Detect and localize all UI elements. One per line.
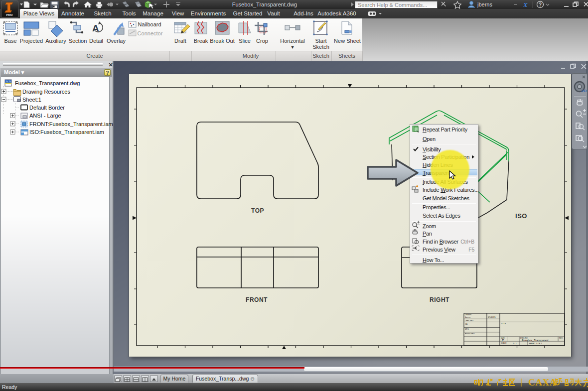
svg-text:TOP: TOP bbox=[251, 207, 264, 214]
svg-text:RIGHT: RIGHT bbox=[430, 296, 449, 303]
svg-text:1 : 1: 1 : 1 bbox=[513, 342, 517, 345]
svg-text:jberns: jberns bbox=[464, 316, 470, 318]
svg-text:SHEET 1 OF 1: SHEET 1 OF 1 bbox=[529, 342, 542, 345]
svg-text:C: C bbox=[502, 339, 504, 342]
svg-text:QA: QA bbox=[465, 323, 468, 325]
svg-text:X: X bbox=[523, 1, 528, 8]
svg-text:PRO: PRO bbox=[6, 13, 12, 16]
svg-text:TITLE: TITLE bbox=[501, 323, 506, 325]
svg-text:ISO: ISO bbox=[515, 212, 527, 220]
svg-text:CHECKED: CHECKED bbox=[465, 320, 474, 322]
svg-text:MFG: MFG bbox=[465, 328, 469, 330]
svg-text:FRONT: FRONT bbox=[246, 296, 268, 303]
svg-text:Fusebox_Transparent: Fusebox_Transparent bbox=[522, 339, 549, 342]
svg-text:2D: 2D bbox=[581, 89, 587, 93]
svg-text:CAXA: CAXA bbox=[528, 377, 557, 388]
svg-text:REV: REV bbox=[559, 337, 563, 339]
svg-text:APPROVED: APPROVED bbox=[465, 333, 475, 335]
svg-text:jberns: jberns bbox=[477, 1, 492, 7]
svg-text:SCALE: SCALE bbox=[501, 342, 507, 344]
svg-text:?: ? bbox=[539, 2, 542, 7]
svg-text:6/1/2015: 6/1/2015 bbox=[488, 316, 496, 318]
